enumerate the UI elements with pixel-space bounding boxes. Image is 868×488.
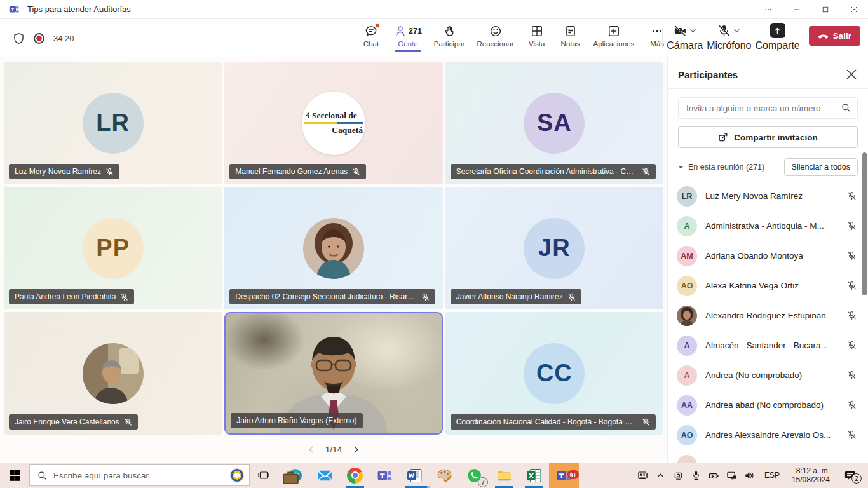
windows-logo-icon <box>10 470 20 481</box>
organization-logo: Seccional de Caquetá <box>302 92 365 155</box>
maximize-button[interactable] <box>811 0 839 18</box>
video-tile-jairo-arturo-speaking[interactable]: Jairo Arturo Riaño Vargas (Externo) <box>224 312 442 435</box>
camera-chevron-icon[interactable] <box>689 27 696 34</box>
leave-button[interactable]: Salir <box>809 26 860 46</box>
mic-off-icon <box>120 293 128 301</box>
logo-divider <box>304 122 363 124</box>
video-tile-paula-andrea[interactable]: PP Paula Andrea Leon Piedrahita <box>4 187 222 309</box>
avatar: CC <box>524 343 585 404</box>
paint-icon <box>437 468 452 484</box>
meeting-timer: 34:20 <box>53 34 74 43</box>
participant-row[interactable]: A Andrea (No comprobado) <box>668 360 868 390</box>
start-button[interactable] <box>0 463 29 488</box>
camera-tray-icon[interactable] <box>671 463 686 488</box>
video-tile-javier-alfonso[interactable]: JR Javier Alfonso Naranjo Ramirez <box>445 187 663 309</box>
participant-row[interactable]: Alexandra Rodriguez Estupiñan <box>668 301 868 330</box>
chat-button[interactable]: Chat <box>357 23 385 48</box>
avatar: A <box>677 216 697 236</box>
people-icon <box>394 25 407 37</box>
taskbar-search-input[interactable] <box>53 471 224 480</box>
participant-row[interactable]: A Almacén - Santander - Bucara... <box>668 330 868 360</box>
window-more-button[interactable] <box>754 0 782 18</box>
tray-time: 8:12 a. m. <box>792 466 830 475</box>
network-icon[interactable] <box>724 463 740 488</box>
taskbar-search-box[interactable] <box>29 464 250 486</box>
participant-name-pill: Jairo Enrique Vera Castellanos <box>9 414 138 430</box>
app-file-explorer[interactable] <box>489 463 519 488</box>
app-excel[interactable] <box>519 463 549 488</box>
share-invitation-button[interactable]: Compartir invitación <box>678 126 858 148</box>
video-tile-despacho-02[interactable]: Despacho 02 Consejo Seccional Judicatura… <box>224 187 442 309</box>
share-screen-icon <box>773 27 782 35</box>
whatsapp-badge: 7 <box>478 477 488 487</box>
close-button[interactable] <box>839 0 868 18</box>
microphone-tray-icon[interactable] <box>689 463 704 488</box>
news-widgets-icon[interactable] <box>635 463 651 488</box>
show-hidden-icons-button[interactable] <box>653 463 668 488</box>
app-whatsapp[interactable]: 7 <box>459 463 489 488</box>
grid-view-icon <box>531 25 543 37</box>
react-button[interactable]: Reaccionar <box>473 23 517 48</box>
participant-row-partial[interactable] <box>668 450 868 463</box>
video-tile-coordinacion-calidad[interactable]: CC Coordinación Nacional Calidad - Bogot… <box>445 312 663 435</box>
app-paint[interactable] <box>430 463 459 488</box>
share-button[interactable]: Comparte <box>755 23 799 51</box>
view-button[interactable]: Vista <box>523 23 551 48</box>
app-teams[interactable] <box>370 463 400 488</box>
avatar: JR <box>524 218 585 279</box>
participant-name-pill: Coordinación Nacional Calidad - Bogotá -… <box>451 414 656 430</box>
volume-icon[interactable] <box>742 463 757 488</box>
mute-all-button[interactable]: Silenciar a todos <box>784 158 858 176</box>
panel-scrollbar[interactable] <box>862 152 867 295</box>
profile-photo <box>83 343 144 404</box>
close-panel-button[interactable] <box>845 68 858 81</box>
microphone-button[interactable]: Micrófono <box>707 23 751 51</box>
clock[interactable]: 8:12 a. m. 15/08/2024 <box>787 466 835 484</box>
avatar: AA <box>677 395 697 416</box>
minimize-button[interactable] <box>782 0 811 18</box>
video-grid: LR Luz Mery Novoa Ramírez Seccional de C… <box>0 57 667 435</box>
participant-row[interactable]: AO Alexa Katrina Vega Ortiz <box>668 271 868 301</box>
app-edge[interactable] <box>280 463 310 488</box>
app-teams-meeting-active[interactable]: 9+ <box>549 463 579 488</box>
participant-row[interactable]: AM Adriana Obando Montoya <box>668 241 868 271</box>
participant-row[interactable]: AA Andrea abad (No comprobado) <box>668 390 868 420</box>
apps-button[interactable]: Aplicaciones <box>590 23 638 48</box>
participant-row[interactable]: LR Luz Mery Novoa Ramírez <box>668 181 868 211</box>
people-button[interactable]: 271 Gente <box>391 23 425 48</box>
app-word[interactable] <box>400 463 430 488</box>
search-icon <box>37 471 47 480</box>
mic-off-icon <box>567 293 576 301</box>
next-page-button[interactable] <box>352 445 360 454</box>
video-tile-manuel-fernando[interactable]: Seccional de Caquetá Manuel Fernando Gom… <box>224 62 442 184</box>
participant-row[interactable]: AO Andres Alexsaindre Arevalo Os... <box>668 420 868 450</box>
taskbar-apps: 7 <box>280 463 579 488</box>
participant-row[interactable]: A Administrativa - Antioquia - M... <box>668 211 868 241</box>
mic-off-icon <box>847 221 857 231</box>
video-tile-secretaria-caqueta[interactable]: SA Secretaría Oficina Coordinación Admin… <box>445 62 663 184</box>
app-chrome[interactable] <box>340 463 370 488</box>
video-tile-luz-mery[interactable]: LR Luz Mery Novoa Ramírez <box>4 62 222 184</box>
teams-icon <box>377 468 393 484</box>
toolbar-divider <box>662 28 663 48</box>
tray-date: 15/08/2024 <box>792 475 830 484</box>
previous-page-button[interactable] <box>307 445 315 454</box>
profile-photo <box>303 218 364 279</box>
task-view-button[interactable] <box>250 463 278 488</box>
battery-icon[interactable] <box>707 463 722 488</box>
microphone-chevron-icon[interactable] <box>733 27 740 34</box>
in-meeting-section-toggle[interactable]: En esta reunión (271) <box>678 163 764 172</box>
video-tile-jairo-enrique[interactable]: Jairo Enrique Vera Castellanos <box>4 312 222 435</box>
app-mail[interactable] <box>310 463 340 488</box>
invite-search-input[interactable] <box>678 97 858 119</box>
briefcase-badge-icon <box>283 470 299 485</box>
camera-button[interactable]: Cámara <box>667 23 703 51</box>
raise-hand-button[interactable]: Participar <box>431 23 468 48</box>
notifications-button[interactable]: 2 <box>837 463 863 488</box>
language-indicator[interactable]: ESP <box>760 471 784 480</box>
participant-name-pill: Secretaría Oficina Coordinación Administ… <box>451 164 656 179</box>
camera-off-icon <box>674 24 687 37</box>
avatar: PP <box>83 218 144 279</box>
mail-icon <box>317 468 333 484</box>
notes-button[interactable]: Notas <box>557 23 585 48</box>
